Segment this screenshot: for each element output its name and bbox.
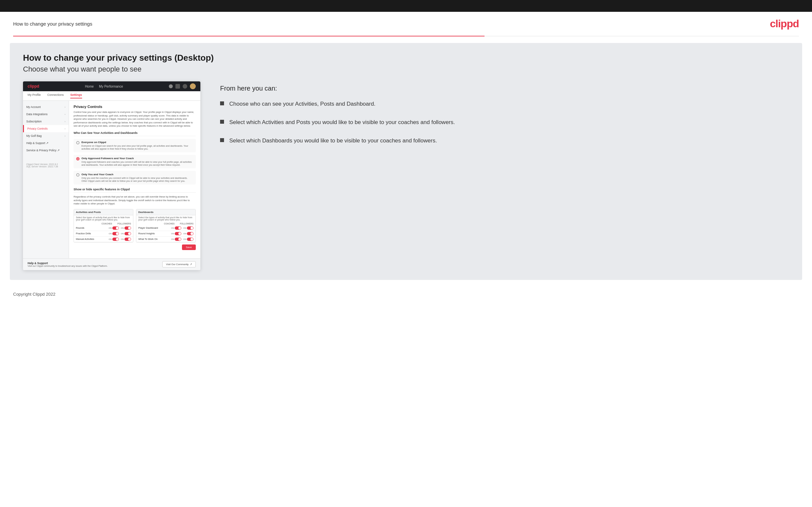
mock-sidebar: My Account › Data Integrations › Subscri… [23, 101, 69, 258]
mock-toggle-rounds-coaches [112, 226, 119, 230]
mock-activities-desc: Select the types of activity that you'd … [74, 215, 133, 222]
from-here-title: From here you can: [220, 84, 789, 92]
page-subheading: Choose what you want people to see [23, 65, 789, 73]
mock-subnav-profile: My Profile [28, 93, 41, 99]
mock-topnav: clippd Home My Performance [23, 81, 200, 91]
mock-toggle-playerdash-followers [187, 226, 194, 230]
bullet-square-icon [220, 138, 224, 142]
mock-sidebar-account: My Account › [23, 103, 69, 111]
mock-toggle-manual-coaches [112, 238, 119, 241]
chevron-icon: › [65, 128, 65, 130]
header: How to change your privacy settings clip… [0, 12, 812, 36]
bullet-item-3: Select which Dashboards you would like t… [220, 137, 789, 145]
mock-sidebar-service: Service & Privacy Policy ↗ [23, 147, 69, 154]
chevron-icon: › [65, 135, 65, 137]
mock-nav-home: Home [85, 84, 94, 88]
header-divider [13, 36, 799, 37]
mock-help-bar: Help & Support Visit our Clippd communit… [23, 258, 200, 270]
chevron-icon: › [65, 106, 65, 108]
mock-dashboards-col-headers: COACHES FOLLOWERS [136, 222, 195, 225]
copyright-text: Copyright Clippd 2022 [13, 292, 55, 297]
mock-toggle-what-to-work: What To Work On ON ON [136, 237, 195, 242]
mock-search-icon [169, 84, 173, 88]
mock-logo: clippd [28, 84, 39, 89]
mock-save-row: Save [73, 242, 196, 252]
mock-body: My Account › Data Integrations › Subscri… [23, 101, 200, 258]
mock-description: Control how you and your data appears to… [73, 111, 196, 128]
mock-toggle-playerdash-coaches [175, 226, 181, 230]
chevron-icon: › [65, 120, 65, 123]
mock-radio-button [76, 141, 80, 145]
mock-subnav: My Profile Connections Settings [23, 91, 200, 101]
mock-toggle-drills: Practice Drills ON ON [74, 231, 133, 237]
bullet-square-icon [220, 120, 224, 124]
mock-radio-group: Everyone on Clippd Everyone on Clippd ca… [73, 139, 196, 185]
mock-subnav-connections: Connections [47, 93, 64, 99]
mock-radio-coach-only: Only You and Your Coach Only you and the… [73, 171, 196, 184]
page-heading: How to change your privacy settings (Des… [23, 53, 789, 63]
top-bar [0, 0, 812, 12]
mock-save-button[interactable]: Save [182, 244, 196, 250]
mock-toggle-manual-followers [124, 238, 131, 241]
mock-radio-everyone: Everyone on Clippd Everyone on Clippd ca… [73, 139, 196, 152]
mock-sidebar-footer: Clippd Client Version: 2022.8.2 SQL Serv… [23, 161, 69, 170]
mock-toggle-manual: Manual Activities ON ON [74, 237, 133, 242]
mock-settings-icon [183, 84, 187, 89]
mock-activities-header: Activities and Posts [74, 209, 133, 215]
mock-activities-table: Activities and Posts Select the types of… [73, 209, 133, 242]
bullet-square-icon [220, 101, 224, 105]
mock-sidebar-data: Data Integrations › [23, 111, 69, 118]
mock-sidebar-help: Help & Support ↗ [23, 139, 69, 147]
external-link-icon: ↗ [190, 263, 192, 266]
mock-toggle-rounds-followers [124, 226, 131, 230]
mock-help-text: Help & Support Visit our Clippd communit… [28, 262, 108, 267]
screenshot-mockup: clippd Home My Performance My Profile Co… [23, 81, 200, 270]
mock-toggle-drills-followers [124, 232, 131, 235]
mock-toggle-round-insights: Round Insights ON ON [136, 231, 195, 237]
chevron-icon: › [65, 113, 65, 115]
mock-nav-performance: My Performance [99, 84, 123, 88]
mock-sidebar-subscription: Subscription › [23, 118, 69, 125]
mock-toggle-insights-followers [187, 232, 194, 235]
mock-nav-icons [169, 83, 196, 89]
mock-visit-community-button[interactable]: Visit Our Community ↗ [162, 261, 196, 268]
bullet-text-3: Select which Dashboards you would like t… [229, 137, 437, 145]
mock-sidebar-privacy: Privacy Controls › [23, 125, 69, 132]
mock-show-hide: Show or hide specific features in Clippd… [73, 188, 196, 252]
mock-toggle-rounds: Rounds ON ON [74, 225, 133, 231]
mock-sidebar-golfbag: My Golf Bag › [23, 132, 69, 139]
mock-main-content: Privacy Controls Control how you and you… [69, 101, 200, 258]
bullet-item-2: Select which Activities and Posts you wo… [220, 118, 789, 126]
header-title: How to change your privacy settings [13, 21, 92, 26]
mock-radio-followers: Only Approved Followers and Your Coach O… [73, 155, 196, 168]
mock-dashboards-table: Dashboards Select the types of activity … [136, 209, 196, 242]
mock-toggle-drills-coaches [112, 232, 119, 235]
logo: clippd [770, 18, 799, 30]
bullet-text-1: Choose who can see your Activities, Post… [229, 100, 375, 108]
mock-show-hide-desc: Regardless of the privacy controls that … [73, 195, 196, 206]
mock-nav-links: Home My Performance [85, 84, 123, 88]
footer: Copyright Clippd 2022 [0, 286, 812, 302]
mock-activities-col-headers: COACHES FOLLOWERS [74, 222, 133, 225]
mock-radio-button-selected [76, 157, 80, 161]
two-col-layout: clippd Home My Performance My Profile Co… [23, 81, 789, 270]
mock-show-hide-title: Show or hide specific features in Clippd [73, 188, 196, 192]
mock-who-can-see-title: Who Can See Your Activities and Dashboar… [73, 131, 196, 136]
mock-toggle-player-dash: Player Dashboard ON ON [136, 225, 195, 231]
mock-toggle-whattowork-followers [187, 238, 194, 241]
bullet-text-2: Select which Activities and Posts you wo… [229, 118, 455, 126]
main-content: How to change your privacy settings (Des… [10, 43, 802, 280]
bullet-list: Choose who can see your Activities, Post… [220, 100, 789, 145]
mock-section-title: Privacy Controls [73, 105, 196, 109]
mock-toggle-insights-coaches [175, 232, 181, 235]
mock-toggle-tables: Activities and Posts Select the types of… [73, 209, 196, 242]
mock-subnav-settings: Settings [70, 93, 82, 99]
mock-dashboards-header: Dashboards [136, 209, 195, 215]
bullet-item-1: Choose who can see your Activities, Post… [220, 100, 789, 108]
mock-grid-icon [175, 84, 180, 89]
mock-toggle-whattowork-coaches [175, 238, 181, 241]
mock-avatar [190, 83, 196, 89]
mock-dashboards-desc: Select the types of activity that you'd … [136, 215, 195, 222]
right-col: From here you can: Choose who can see yo… [213, 81, 789, 145]
mock-radio-button [76, 173, 80, 177]
